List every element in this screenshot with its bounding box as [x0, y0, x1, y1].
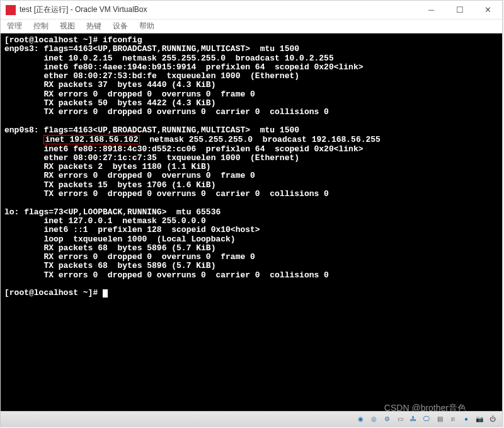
cursor	[103, 289, 108, 298]
iface-inet: inet 127.0.0.1 netmask 255.0.0.0	[4, 216, 206, 226]
iface-name: enp0s8:	[4, 125, 39, 135]
mouse-icon[interactable]: ⎚	[447, 414, 459, 425]
menu-control[interactable]: 控制	[33, 21, 49, 32]
iface-loop: loop txqueuelen 1000 (Local Loopback)	[4, 234, 236, 244]
usb-icon[interactable]: ⚙	[381, 414, 392, 425]
disk-icon[interactable]: ◉	[355, 414, 366, 425]
iface-rxe: RX errors 0 dropped 0 overruns 0 frame 0	[4, 171, 255, 180]
iface-ether: ether 08:00:27:1c:c7:35 txqueuelen 1000 …	[4, 153, 299, 163]
iface-txe: TX errors 0 dropped 0 overruns 0 carrier…	[4, 270, 329, 280]
iface-rxp: RX packets 37 bytes 4440 (4.3 KiB)	[4, 80, 215, 90]
highlighted-ip: inet 192.168.56.102	[43, 135, 139, 144]
iface-inet6: inet6 fe80::4aee:194e:b915:9914 prefixle…	[4, 62, 364, 72]
folder-icon[interactable]: ▭	[394, 414, 406, 425]
iface-txp: TX packets 68 bytes 5896 (5.7 KiB)	[4, 261, 215, 270]
iface-inet6: inet6 ::1 prefixlen 128 scopeid 0x10<hos…	[4, 225, 260, 234]
iface-flags: flags=4163<UP,BROADCAST,RUNNING,MULTICAS…	[39, 44, 299, 54]
iface-inet6: inet6 fe80::8918:4c30:d552:cc06 prefixle…	[4, 144, 364, 154]
command: ifconfig	[103, 35, 142, 45]
iface-rxp: RX packets 68 bytes 5896 (5.7 KiB)	[4, 243, 215, 253]
clipboard-icon[interactable]: ▤	[434, 414, 445, 425]
iface-rxp: RX packets 2 bytes 1180 (1.1 KiB)	[4, 162, 211, 171]
prompt: [root@localhost ~]#	[4, 288, 103, 298]
network-icon[interactable]: 🖧	[408, 414, 419, 425]
prompt: [root@localhost ~]#	[4, 35, 103, 45]
menu-view[interactable]: 视图	[60, 21, 75, 32]
iface-name: enp0s3:	[4, 44, 39, 54]
menu-help[interactable]: 帮助	[139, 21, 154, 32]
cd-icon[interactable]: ◎	[368, 414, 379, 425]
iface-txp: TX packets 50 bytes 4422 (4.3 KiB)	[4, 98, 215, 108]
iface-rxe: RX errors 0 dropped 0 overruns 0 frame 0	[4, 90, 255, 99]
watermark: CSDN @brother音色	[384, 403, 466, 414]
minimize-button[interactable]: ─	[417, 1, 445, 20]
iface-flags: flags=4163<UP,BROADCAST,RUNNING,MULTICAS…	[39, 125, 299, 135]
power-icon[interactable]: ⏻	[487, 414, 498, 425]
titlebar: test [正在运行] - Oracle VM VirtualBox ─ ☐ ✕	[1, 1, 502, 20]
iface-txe: TX errors 0 dropped 0 overruns 0 carrier…	[4, 189, 329, 199]
virtualbox-window: test [正在运行] - Oracle VM VirtualBox ─ ☐ ✕…	[0, 0, 503, 427]
virtualbox-icon	[6, 5, 16, 15]
iface-flags: flags=73<UP,LOOPBACK,RUNNING> mtu 65536	[19, 207, 220, 217]
window-title: test [正在运行] - Oracle VM VirtualBox	[20, 4, 417, 15]
iface-ether: ether 08:00:27:53:bd:fe txqueuelen 1000 …	[4, 71, 299, 81]
inet-post: netmask 255.255.255.0 broadcast 192.168.…	[140, 135, 381, 144]
close-button[interactable]: ✕	[474, 1, 502, 20]
record-icon[interactable]: ●	[461, 414, 472, 425]
menubar: 管理 控制 视图 热键 设备 帮助	[1, 20, 502, 33]
terminal-output[interactable]: [root@localhost ~]# ifconfig enp0s3: fla…	[1, 33, 502, 411]
iface-inet: inet 10.0.2.15 netmask 255.255.255.0 bro…	[4, 54, 334, 63]
menu-hotkey[interactable]: 热键	[86, 21, 101, 32]
menu-device[interactable]: 设备	[113, 21, 128, 32]
inet-pre	[4, 135, 43, 144]
iface-name: lo:	[4, 207, 19, 217]
menu-manage[interactable]: 管理	[7, 21, 22, 32]
iface-txe: TX errors 0 dropped 0 overruns 0 carrier…	[4, 107, 329, 117]
maximize-button[interactable]: ☐	[445, 1, 474, 20]
window-controls: ─ ☐ ✕	[417, 1, 502, 20]
camera-icon[interactable]: 📷	[474, 414, 485, 425]
iface-rxe: RX errors 0 dropped 0 overruns 0 frame 0	[4, 252, 255, 262]
iface-txp: TX packets 15 bytes 1706 (1.6 KiB)	[4, 180, 215, 190]
display-icon[interactable]: 🖵	[421, 414, 432, 425]
